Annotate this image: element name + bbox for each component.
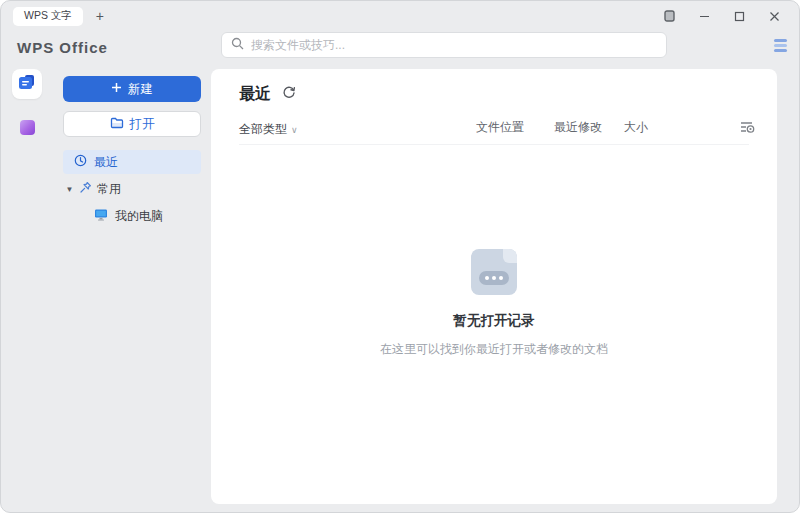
- column-header-modified[interactable]: 最近修改: [554, 119, 602, 136]
- sidebar: 新建 打开 最近 ▼: [53, 63, 211, 512]
- document-icon: [18, 74, 36, 94]
- page-title: 最近: [239, 84, 271, 105]
- app-rail: [1, 63, 53, 512]
- minimize-icon[interactable]: [691, 6, 717, 26]
- sidebar-item-common[interactable]: ▼ 常用: [63, 177, 201, 201]
- plus-icon: [111, 82, 122, 96]
- column-header-location[interactable]: 文件位置: [476, 119, 524, 136]
- open-file-button[interactable]: 打开: [63, 111, 201, 137]
- new-document-button[interactable]: 新建: [63, 76, 201, 102]
- search-icon: [231, 36, 244, 54]
- sidebar-item-label: 最近: [94, 154, 118, 171]
- sidebar-item-label: 常用: [97, 181, 121, 198]
- pin-icon: [79, 181, 92, 197]
- app-header: WPS Office: [1, 31, 799, 63]
- computer-icon: [94, 208, 108, 224]
- file-type-filter-dropdown[interactable]: 全部类型 ∨: [239, 121, 298, 138]
- sidebar-nav: 最近 ▼ 常用 我的电脑: [63, 150, 201, 228]
- rail-item-documents[interactable]: [12, 69, 42, 99]
- chevron-down-icon: ∨: [291, 125, 298, 135]
- sidebar-item-my-computer[interactable]: 我的电脑: [63, 204, 201, 228]
- window-controls: [656, 6, 787, 26]
- apps-grid-icon: [20, 120, 35, 135]
- rail-item-apps[interactable]: [12, 112, 42, 142]
- folder-open-icon: [110, 117, 124, 132]
- list-settings-icon[interactable]: [740, 120, 755, 138]
- maximize-icon[interactable]: [726, 6, 752, 26]
- recent-files-panel: 最近 全部类型 ∨ 文件位置 最近修改 大小: [211, 69, 777, 504]
- wps-home-window: WPS 文字 + WPS Office: [0, 0, 800, 513]
- title-row: 最近: [239, 69, 749, 105]
- new-button-label: 新建: [128, 81, 153, 98]
- tab-label: WPS 文字: [24, 9, 72, 23]
- empty-state-subtitle: 在这里可以找到你最近打开或者修改的文档: [380, 341, 608, 358]
- search-input[interactable]: [251, 38, 657, 52]
- search-bar[interactable]: [221, 32, 667, 58]
- refresh-icon[interactable]: [282, 86, 296, 104]
- wps-office-logo: WPS Office: [17, 39, 108, 56]
- close-icon[interactable]: [761, 6, 787, 26]
- open-button-label: 打开: [130, 116, 155, 133]
- list-header-row: 全部类型 ∨ 文件位置 最近修改 大小: [239, 119, 749, 145]
- clock-icon: [74, 154, 87, 170]
- content-area: 新建 打开 最近 ▼: [1, 63, 799, 512]
- caret-down-icon[interactable]: ▼: [65, 185, 74, 194]
- sidebar-item-recent[interactable]: 最近: [63, 150, 201, 174]
- sidebar-item-label: 我的电脑: [115, 208, 163, 225]
- empty-state: 暂无打开记录 在这里可以找到你最近打开或者修改的文档: [211, 249, 777, 358]
- tab-bar: WPS 文字 +: [1, 1, 799, 31]
- empty-document-icon: [471, 249, 517, 295]
- tab-wps-document[interactable]: WPS 文字: [13, 7, 83, 26]
- new-tab-button[interactable]: +: [96, 9, 104, 23]
- global-settings-menu-icon[interactable]: [774, 39, 787, 52]
- empty-state-title: 暂无打开记录: [454, 312, 535, 330]
- filter-label: 全部类型: [239, 121, 287, 138]
- dock-window-icon[interactable]: [656, 6, 682, 26]
- column-header-size[interactable]: 大小: [624, 119, 648, 136]
